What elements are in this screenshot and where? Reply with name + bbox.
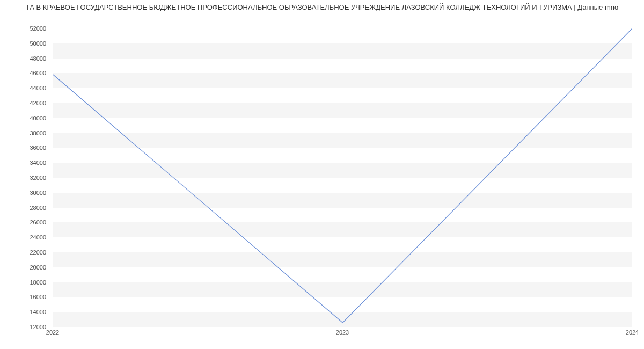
y-tick-label: 28000	[30, 205, 46, 211]
grid-band	[53, 133, 632, 148]
grid-band	[53, 193, 632, 208]
grid-band	[53, 237, 632, 252]
y-tick-label: 18000	[30, 279, 46, 286]
grid-band	[53, 148, 632, 163]
grid-band	[53, 118, 632, 133]
y-tick-label: 48000	[30, 55, 46, 62]
y-tick-label: 32000	[30, 174, 46, 181]
grid-band	[53, 178, 632, 193]
y-tick-label: 20000	[30, 264, 46, 271]
grid-band	[53, 252, 632, 267]
grid-band	[53, 312, 632, 327]
y-tick-label: 52000	[30, 25, 46, 32]
y-tick-label: 26000	[30, 219, 46, 226]
y-tick-label: 12000	[30, 324, 46, 330]
x-tick-label: 2022	[46, 329, 59, 336]
x-tick-label: 2023	[336, 329, 349, 336]
grid-band	[53, 103, 632, 118]
grid-band	[53, 163, 632, 178]
y-tick-label: 14000	[30, 309, 46, 315]
grid-band	[53, 88, 632, 103]
grid-band	[53, 59, 632, 74]
y-tick-label: 36000	[30, 144, 46, 151]
y-tick-label: 40000	[30, 115, 46, 121]
y-tick-label: 34000	[30, 159, 46, 166]
x-axis-labels: 202220232024	[53, 329, 632, 338]
grid-band	[53, 208, 632, 223]
grid-band	[53, 297, 632, 312]
chart-area: 1200014000160001800020000220002400026000…	[0, 14, 644, 347]
grid-band	[53, 267, 632, 282]
y-tick-label: 16000	[30, 294, 46, 300]
y-tick-label: 46000	[30, 70, 46, 76]
y-axis-labels: 1200014000160001800020000220002400026000…	[0, 28, 49, 327]
grid-band	[53, 222, 632, 237]
y-tick-label: 42000	[30, 100, 46, 106]
chart-title: ТА В КРАЕВОЕ ГОСУДАРСТВЕННОЕ БЮДЖЕТНОЕ П…	[0, 0, 644, 14]
y-tick-label: 38000	[30, 130, 46, 136]
grid-band	[53, 28, 632, 43]
grid-band	[53, 282, 632, 297]
y-tick-label: 30000	[30, 190, 46, 196]
plot-region	[53, 28, 632, 327]
y-tick-label: 22000	[30, 249, 46, 256]
x-tick-label: 2024	[626, 329, 639, 336]
y-tick-label: 50000	[30, 40, 46, 47]
grid-band	[53, 73, 632, 88]
y-tick-label: 44000	[30, 85, 46, 91]
grid-band	[53, 43, 632, 59]
y-tick-label: 24000	[30, 234, 46, 241]
